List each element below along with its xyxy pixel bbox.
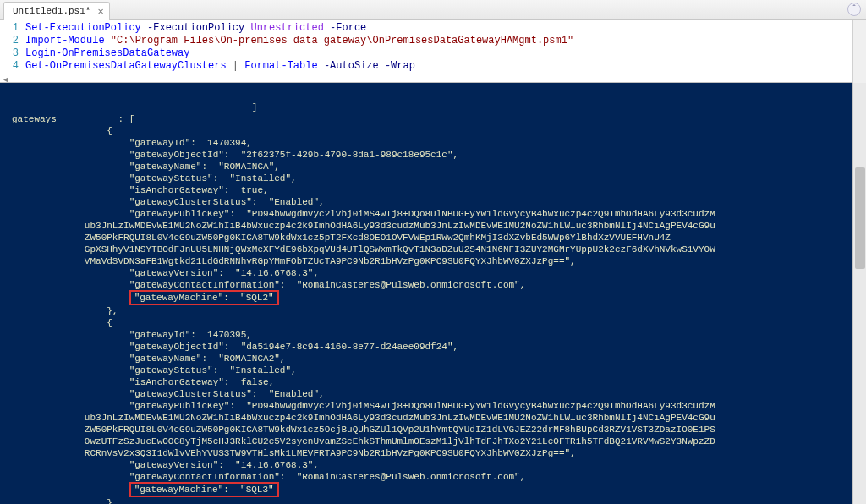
console-line: "gatewayStatus": "Installed", bbox=[129, 365, 297, 375]
console-line: "gatewayVersion": "14.16.6768.3", bbox=[129, 268, 319, 278]
highlight-gateway-machine: "gatewayMachine": "SQL2" bbox=[129, 290, 279, 305]
console-line: } bbox=[12, 498, 112, 504]
code-token: -AutoSize bbox=[324, 60, 379, 72]
code-token: Get-OnPremisesDataGatewayClusters bbox=[25, 60, 227, 72]
code-area[interactable]: Set-ExecutionPolicy -ExecutionPolicy Unr… bbox=[25, 20, 573, 82]
console-text: : [ bbox=[57, 114, 134, 124]
console-line: ZW50PkFRQUI8L0V4cG9uZW50Pg0KICA8TW9kdWx1… bbox=[85, 233, 671, 243]
console-output: ] gateways : [ { "gatewayId": 1470394, "… bbox=[0, 83, 866, 504]
console-line: "gatewayStatus": "Installed", bbox=[129, 173, 297, 184]
console-line: "gatewayPublicKey": "PD94bWwgdmVyc2lvbj0… bbox=[129, 401, 715, 411]
console-pane[interactable]: ] gateways : [ { "gatewayId": 1470394, "… bbox=[0, 83, 866, 504]
code-token: -Wrap bbox=[385, 60, 415, 72]
code-token: -ExecutionPolicy bbox=[147, 22, 244, 34]
tab-close-icon[interactable]: ✕ bbox=[97, 5, 103, 18]
console-line: VMaVdSVDN3aFB1Wgtkd21LdGdRNNhvRGpYMmFObT… bbox=[85, 256, 576, 266]
console-scrollbar[interactable] bbox=[852, 83, 866, 504]
console-line: "gatewayContactInformation": "RomainCast… bbox=[129, 472, 526, 482]
code-token: Format-Table bbox=[244, 60, 317, 72]
console-line: ZW50PkFRQUI8L0V4cG9uZW50Pg0KICA8TW9kdWx1… bbox=[85, 425, 715, 435]
line-number: 3 bbox=[0, 47, 19, 60]
line-number: 1 bbox=[0, 22, 19, 35]
console-line: "gatewayClusterStatus": "Enabled", bbox=[129, 197, 325, 207]
console-line: "gatewayId": 1470395, bbox=[129, 330, 252, 340]
scrollbar-thumb[interactable] bbox=[855, 167, 865, 269]
console-line: "gatewayContactInformation": "RomainCast… bbox=[129, 280, 526, 290]
console-line: "isAnchorGateway": true, bbox=[129, 185, 269, 195]
console-line: "gatewayPublicKey": "PD94bWwgdmVyc2lvbj0… bbox=[129, 209, 715, 219]
console-line: "gatewayId": 1470394, bbox=[129, 138, 252, 148]
line-number: 2 bbox=[0, 35, 19, 47]
script-editor[interactable]: 1 2 3 4 Set-ExecutionPolicy -ExecutionPo… bbox=[0, 20, 866, 83]
console-line: ub3JnLzIwMDEvWE1MU2NoZW1hIiB4bWxuczp4c2k… bbox=[85, 221, 715, 231]
line-number: 4 bbox=[0, 60, 19, 73]
console-line: { bbox=[12, 126, 112, 136]
code-token: "C:\Program Files\On-premises data gatew… bbox=[111, 35, 573, 47]
console-line: }, bbox=[12, 306, 118, 316]
console-line: ub3JnLzIwMDEvWE1MU2NoZW1hIiB4bWxuczp4c2k… bbox=[85, 413, 715, 423]
code-token: | bbox=[233, 60, 238, 72]
code-token: -Force bbox=[330, 22, 366, 34]
gateways-label: gateways bbox=[12, 113, 57, 125]
editor-scrollbar[interactable] bbox=[852, 20, 866, 83]
console-line: ] bbox=[12, 102, 257, 112]
console-line: "gatewayClusterStatus": "Enabled", bbox=[129, 389, 325, 399]
console-line: "gatewayVersion": "14.16.6768.3", bbox=[129, 460, 319, 470]
console-line: OwzUTFzSzJucEwOOC8yTjM5cHJ3RklCU2c5V2syc… bbox=[85, 436, 715, 446]
console-line: "isAnchorGateway": false, bbox=[129, 377, 275, 387]
tab-title: Untitled1.ps1* bbox=[13, 6, 90, 16]
code-token: Import-Module bbox=[25, 35, 105, 47]
console-line: RCRnVsV2x3Q3I1dWlvVEhYVUS3TW9VTHlsMk1LME… bbox=[85, 448, 576, 458]
code-token: Set-ExecutionPolicy bbox=[25, 22, 141, 34]
code-token: Login-OnPremisesDataGateway bbox=[25, 47, 189, 59]
console-line: { bbox=[12, 318, 112, 328]
console-line: GpXSHhyV1NSYTBOdFJnUU5LNHNjQWxMeXFYdE96b… bbox=[85, 244, 715, 255]
console-line: "gatewayName": "ROMAINCA", bbox=[129, 162, 280, 172]
highlight-gateway-machine: "gatewayMachine": "SQL3" bbox=[129, 482, 279, 497]
console-line: "gatewayObjectId": "da5194e7-8c94-4160-8… bbox=[129, 342, 458, 352]
line-number-gutter: 1 2 3 4 bbox=[0, 20, 25, 82]
console-line: "gatewayObjectId": "2f62375f-429b-4790-8… bbox=[129, 150, 458, 160]
tab-bar: Untitled1.ps1* ✕ ˆ bbox=[0, 0, 866, 20]
code-token: Unrestricted bbox=[250, 22, 323, 34]
console-line: "gatewayName": "ROMAINCA2", bbox=[129, 353, 286, 364]
tab-untitled[interactable]: Untitled1.ps1* ✕ bbox=[3, 2, 110, 20]
collapse-chevron-icon[interactable]: ˆ bbox=[847, 3, 861, 16]
